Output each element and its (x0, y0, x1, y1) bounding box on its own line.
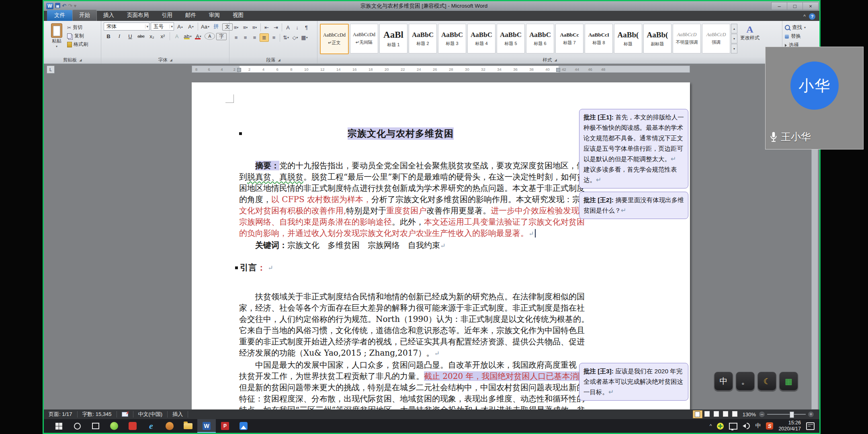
align-left-button[interactable]: ≡ (232, 34, 240, 41)
decrease-indent-button[interactable]: ⇤ (262, 24, 271, 31)
style-chip-normal[interactable]: AaBbCcDd↵正文 (320, 24, 349, 54)
taskbar-word-icon[interactable]: W (197, 419, 216, 433)
help-icon[interactable]: ? (809, 13, 815, 20)
tab-review[interactable]: 审阅 (203, 10, 226, 21)
proofing-status[interactable]: ✗ (117, 411, 133, 418)
style-chip-heading4[interactable]: AaBbC标题 4 (467, 24, 495, 53)
close-button[interactable]: × (802, 2, 819, 10)
style-chip-heading5[interactable]: AaBbC标题 5 (497, 24, 525, 53)
action-center-icon[interactable] (806, 422, 815, 430)
word-logo-icon[interactable]: W (46, 3, 53, 9)
paste-button[interactable]: 粘贴 ▾ (46, 23, 67, 48)
draft-view-button[interactable] (731, 410, 739, 418)
tab-mailings[interactable]: 邮件 (179, 10, 203, 21)
outline-view-button[interactable] (721, 410, 730, 418)
tab-file[interactable]: 文件 (47, 10, 72, 21)
web-layout-view-button[interactable] (712, 410, 721, 418)
style-chip-heading6[interactable]: AaBbC标题 6 (526, 24, 554, 53)
numbering-button[interactable]: ≡▾ (241, 24, 250, 31)
chevron-down-icon[interactable]: ▾ (145, 25, 148, 29)
phonetic-guide-button[interactable]: 拼 (211, 23, 221, 31)
styles-gallery-down-button[interactable]: ▾ (731, 34, 737, 43)
page-indicator[interactable]: 页面: 1/17 (44, 411, 78, 418)
styles-gallery-up-button[interactable]: ▴ (731, 24, 737, 33)
network-icon[interactable] (729, 423, 737, 430)
zoom-level[interactable]: 130% (743, 411, 756, 418)
taskbar-app-green-icon[interactable] (105, 419, 123, 433)
ime-punctuation-key[interactable]: 。 (736, 372, 755, 391)
taskbar-pdf-icon[interactable]: P (216, 419, 234, 433)
styles-gallery-more-button[interactable]: ▾ (731, 44, 737, 53)
redo-button[interactable]: ↷ (68, 3, 72, 9)
show-formatting-marks-button[interactable]: ¶ (302, 24, 311, 31)
ime-language-key[interactable]: 中 (714, 372, 733, 391)
line-spacing-button[interactable]: ⇅▾ (282, 34, 290, 41)
italic-button[interactable]: I (115, 32, 124, 40)
tab-home[interactable]: 开始 (72, 10, 97, 21)
taskbar-app-orange-icon[interactable] (160, 419, 179, 433)
strikethrough-button[interactable]: abc (136, 32, 146, 40)
align-center-button[interactable]: ≡ (241, 34, 250, 41)
bold-button[interactable]: B (104, 32, 113, 40)
taskbar-search-button[interactable] (68, 419, 86, 433)
horizontal-ruler[interactable]: 8642 24681012141618202224262830323436384… (192, 66, 690, 73)
maximize-button[interactable]: □ (787, 2, 803, 10)
borders-button[interactable]: ▦▾ (300, 34, 309, 41)
clipboard-dialog-launcher[interactable]: ◢ (79, 58, 82, 62)
font-name-select[interactable]: 宋体▾ (104, 23, 149, 31)
save-button[interactable] (55, 3, 60, 10)
copy-button[interactable]: 复制 (67, 33, 88, 39)
insert-mode-indicator[interactable]: 插入 (168, 411, 188, 418)
meeting-video-tile[interactable]: 小华 王小华 (765, 47, 864, 149)
ime-softkeyboard-key[interactable]: ▦ (779, 372, 798, 391)
font-dialog-launcher[interactable]: ◢ (170, 58, 172, 62)
underline-button[interactable]: U (125, 32, 135, 40)
tab-stop-selector[interactable]: L (47, 66, 55, 74)
undo-button[interactable]: ↶ (62, 3, 66, 9)
zoom-out-button[interactable]: – (759, 411, 765, 417)
paragraph-dialog-launcher[interactable]: ◢ (278, 58, 280, 62)
fullscreen-reading-view-button[interactable] (703, 410, 712, 418)
zoom-slider-track[interactable] (767, 414, 806, 415)
taskbar-task-view-button[interactable] (86, 419, 105, 433)
style-chip-title[interactable]: AaBb(标题 (614, 24, 642, 53)
left-indent-marker[interactable] (237, 68, 241, 72)
style-chip-heading8[interactable]: AaBbCcI标题 8 (585, 24, 613, 53)
shading-button[interactable]: ◇▾ (291, 34, 299, 41)
grow-font-button[interactable]: A▴ (175, 23, 185, 31)
taskbar-clock[interactable]: 15:26 2020/4/17 (778, 420, 801, 432)
minimize-ribbon-icon[interactable]: ^ (803, 14, 806, 19)
chevron-down-icon[interactable]: ▾ (56, 45, 57, 48)
zoom-slider-thumb[interactable] (790, 411, 794, 418)
change-case-button[interactable]: Aa▾ (200, 23, 210, 31)
multilevel-list-button[interactable]: ≡▾ (250, 24, 259, 31)
tab-view[interactable]: 视图 (226, 10, 250, 21)
subscript-button[interactable]: x₂ (147, 32, 157, 40)
text-effects-button[interactable]: A (172, 32, 182, 40)
text-highlight-button[interactable]: ab▾ (183, 32, 192, 40)
tray-expand-icon[interactable]: ^ (710, 423, 712, 429)
styles-dialog-launcher[interactable]: ◢ (554, 58, 557, 62)
style-chip-subtle-emphasis[interactable]: AaBbCcD不明显强调 (673, 24, 701, 53)
format-painter-button[interactable]: 格式刷 (67, 41, 88, 48)
justify-button[interactable]: ≣ (260, 33, 269, 42)
style-chip-heading3[interactable]: AaBbC标题 3 (438, 24, 466, 53)
sogou-ime-icon[interactable]: S (766, 422, 773, 430)
increase-indent-button[interactable]: ⇥ (272, 24, 280, 31)
change-styles-button[interactable]: A 更改样式 (738, 23, 762, 41)
taskbar-app-blue-icon[interactable] (234, 419, 253, 433)
character-border-button[interactable]: 字 (216, 33, 227, 40)
taskbar-start-button[interactable] (49, 419, 68, 433)
volume-icon[interactable] (743, 423, 750, 429)
taskbar-ie-icon[interactable]: e (142, 419, 160, 433)
chevron-down-icon[interactable]: ▾ (170, 25, 173, 29)
tab-page-layout[interactable]: 页面布局 (121, 10, 155, 21)
style-chip-heading1[interactable]: AaBl标题 1 (379, 24, 407, 53)
bullets-button[interactable]: ≡▾ (232, 24, 240, 31)
font-color-button[interactable]: A▾ (194, 32, 203, 40)
tray-app-icon[interactable] (717, 423, 724, 430)
font-size-select[interactable]: 五号▾ (151, 23, 174, 31)
style-chip-subtitle[interactable]: AaBb(副标题 (643, 24, 671, 53)
align-right-button[interactable]: ≡ (250, 34, 259, 41)
sort-button[interactable]: ↓ (293, 24, 301, 31)
